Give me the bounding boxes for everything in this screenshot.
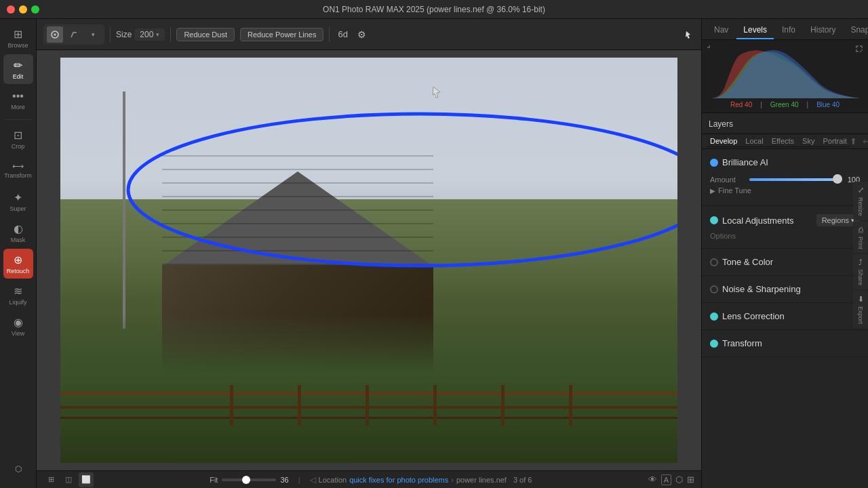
tab-effects[interactable]: Effects	[769, 136, 797, 146]
undo-icon[interactable]: ↩	[863, 136, 868, 146]
text-overlay-icon[interactable]: A	[661, 474, 671, 485]
reduce-dust-button[interactable]: Reduce Dust	[176, 28, 235, 41]
zoom-slider[interactable]	[222, 479, 276, 481]
amount-slider[interactable]	[749, 178, 835, 181]
size-label: Size	[116, 30, 132, 39]
develop-tabs: Develop Local Effects Sky Portrait	[707, 136, 850, 147]
panel-scroll[interactable]: Brilliance AI Amount 100 ▶ Fine Tune	[702, 149, 868, 488]
bottom-icon: ⬡	[15, 464, 22, 474]
sidebar-item-bottom[interactable]: ⬡	[3, 454, 33, 484]
options-label: Options	[710, 229, 860, 243]
fence-rail-top	[60, 392, 677, 395]
edit-icon: ✏	[14, 59, 22, 72]
amount-row: Amount 100	[710, 176, 860, 184]
retouch-icon: ⊕	[14, 253, 22, 266]
gear-icon: ⚙	[357, 29, 366, 40]
tone-color-header[interactable]: Tone & Color	[710, 254, 860, 270]
sidebar-item-browse[interactable]: ⊞ Browse	[3, 23, 33, 53]
tab-levels[interactable]: Levels	[736, 22, 774, 39]
local-adjustments-title: Local Adjustments	[722, 216, 794, 226]
sidebar-item-retouch[interactable]: ⊕ Retouch	[3, 249, 33, 279]
toolbar: ▾ Size 200 ▾ Reduce Dust Reduce Power Li…	[37, 19, 701, 50]
brilliance-ai-header[interactable]: Brilliance AI	[710, 155, 860, 170]
right-panel: Nav Levels Info History Snapshots	[701, 19, 868, 488]
tone-color-section: Tone & Color	[702, 249, 868, 276]
sidebar-item-liquify[interactable]: ≋ Liquify	[3, 280, 33, 310]
histogram-expand-btn[interactable]	[854, 44, 864, 56]
close-button[interactable]	[7, 5, 15, 14]
lens-correction-header[interactable]: Lens Correction	[710, 308, 860, 324]
upload-icon[interactable]: ⬆	[850, 136, 857, 146]
histogram-shrink-btn[interactable]	[706, 44, 715, 56]
hex-icon[interactable]: ⬡	[675, 474, 683, 485]
tab-history[interactable]: History	[804, 22, 842, 39]
tab-sky[interactable]: Sky	[800, 136, 817, 146]
hist-blue-label: Blue 40	[816, 101, 840, 108]
sidebar-item-more[interactable]: ••• More	[3, 85, 33, 115]
single-view-btn[interactable]: ⬜	[79, 472, 94, 487]
maximize-button[interactable]	[31, 5, 39, 14]
histogram-chart	[711, 44, 860, 98]
resize-action-btn[interactable]: ⤢ Resize	[853, 182, 868, 220]
compare-view-btn[interactable]: ◫	[61, 472, 76, 487]
amount-label: Amount	[710, 176, 744, 184]
nav-prev-btn[interactable]: ◁	[310, 475, 316, 485]
sidebar-item-mask[interactable]: ◐ Mask	[3, 218, 33, 247]
reduce-power-lines-button[interactable]: Reduce Power Lines	[240, 28, 324, 41]
tab-nav[interactable]: Nav	[707, 22, 735, 39]
tab-local[interactable]: Local	[743, 136, 766, 146]
local-adjustments-header[interactable]: Local Adjustments Regions ▾	[710, 211, 860, 229]
size-dropdown-arrow[interactable]: ▾	[156, 31, 159, 38]
sidebar-item-transform[interactable]: ⟷ Transform	[3, 155, 33, 185]
photo-canvas[interactable]	[60, 58, 677, 463]
status-bar: ⊞ ◫ ⬜ Fit 36 | ◁ Location quick fixes fo…	[37, 470, 701, 488]
export-icon: ⬇	[858, 295, 864, 304]
print-action-btn[interactable]: ⎙ Print	[853, 222, 868, 253]
develop-tabs-row: Develop Local Effects Sky Portrait ⬆ ↩	[702, 134, 868, 149]
eye-icon[interactable]: 👁	[648, 474, 657, 485]
share-action-btn[interactable]: ⤴ Share	[853, 254, 868, 289]
sidebar-item-edit[interactable]: ✏ Edit	[3, 54, 33, 84]
canvas-area[interactable]	[37, 50, 701, 470]
tab-develop[interactable]: Develop	[707, 136, 740, 146]
tab-info[interactable]: Info	[775, 22, 802, 39]
transform-header[interactable]: Transform	[710, 336, 860, 351]
hist-green-label: Green 40	[770, 101, 799, 108]
fence-post-2	[298, 385, 301, 426]
fence-post-5	[501, 385, 505, 426]
sidebar-item-super[interactable]: ✦ Super	[3, 186, 33, 216]
fence-post-6	[569, 385, 572, 426]
power-pole-left	[123, 92, 125, 329]
minimize-button[interactable]	[19, 5, 27, 14]
fine-tune-chevron: ▶	[710, 187, 715, 195]
layers-title: Layers	[709, 119, 733, 129]
size-value-display[interactable]: 200 ▾	[134, 28, 165, 41]
grid-overlay-icon[interactable]: ⊞	[687, 474, 694, 485]
tab-snapshots[interactable]: Snapshots	[844, 22, 868, 39]
layers-section: Layers	[702, 113, 868, 134]
grid-view-btn[interactable]: ⊞	[43, 472, 58, 487]
tool-brush-btn[interactable]	[47, 26, 63, 43]
transform-indicator	[710, 340, 718, 348]
sidebar-item-crop[interactable]: ⊡ Crop	[3, 124, 33, 154]
window-title: ON1 Photo RAW MAX 2025 (power lines.nef …	[323, 5, 545, 14]
view-icon: ◉	[14, 316, 23, 329]
lens-correction-indicator	[710, 312, 718, 321]
resize-label: Resize	[857, 197, 864, 216]
breadcrumb-path-highlight[interactable]: quick fixes for photo problems	[349, 476, 448, 484]
tab-portrait[interactable]: Portrait	[820, 136, 849, 146]
tool-dropdown-btn[interactable]: ▾	[85, 26, 101, 43]
tool-paint-btn[interactable]	[66, 26, 82, 43]
status-left: ⊞ ◫ ⬜	[43, 472, 94, 487]
fine-tune-row[interactable]: ▶ Fine Tune	[710, 184, 860, 197]
lens-correction-title: Lens Correction	[722, 311, 785, 321]
right-actions-panel: ⤢ Resize ⎙ Print ⤴ Share ⬇ Export	[853, 182, 868, 328]
export-action-btn[interactable]: ⬇ Export	[853, 291, 868, 328]
export-label: Export	[857, 306, 864, 324]
window-controls[interactable]	[7, 5, 39, 14]
amount-slider-thumb	[833, 174, 842, 184]
sidebar-item-view[interactable]: ◉ View	[3, 311, 33, 341]
noise-sharpening-header[interactable]: Noise & Sharpening	[710, 281, 860, 297]
gear-button[interactable]: ⚙	[353, 26, 371, 43]
transform-title: Transform	[722, 338, 762, 348]
